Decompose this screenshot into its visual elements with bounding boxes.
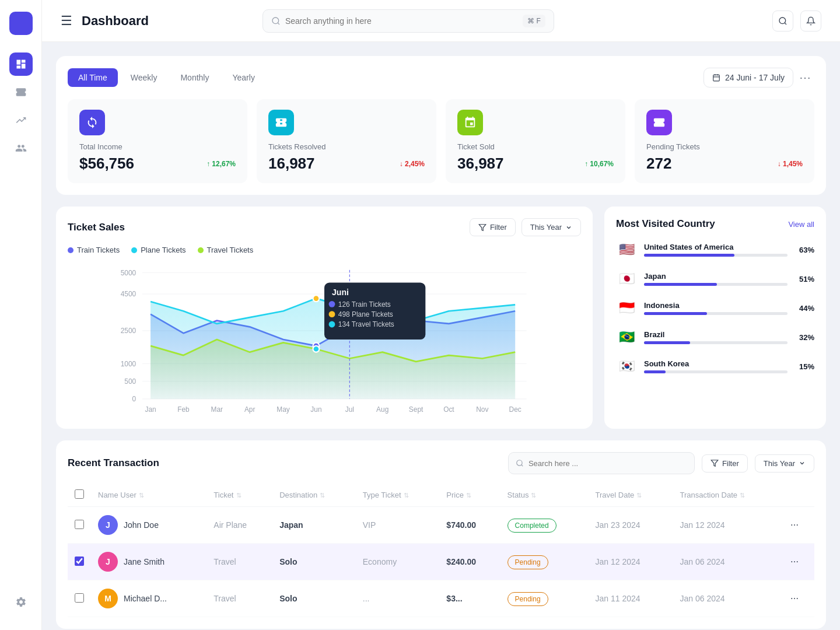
keyboard-shortcut: ⌘ F [523, 15, 545, 27]
country-bar-bg [644, 341, 788, 344]
row-user: J Jane Smith [91, 544, 206, 580]
trans-chevron-down-icon [799, 460, 806, 467]
row-actions[interactable]: ⋯ [783, 544, 814, 580]
tickets-resolved-label: Tickets Resolved [268, 142, 425, 151]
row-transaction-date: Jan 06 2024 [673, 544, 783, 580]
svg-text:4500: 4500 [121, 290, 136, 298]
svg-point-37 [329, 301, 335, 307]
col-name: Name User⇅ [91, 484, 206, 507]
trans-search-icon [516, 459, 524, 467]
svg-text:Nov: Nov [476, 405, 488, 414]
user-avatar: J [98, 552, 118, 572]
tab-yearly[interactable]: Yearly [222, 68, 265, 87]
svg-point-43 [517, 460, 522, 466]
country-flag: 🇧🇷 [616, 327, 637, 348]
country-percentage: 44% [799, 304, 814, 313]
svg-text:Oct: Oct [443, 405, 454, 414]
search-button[interactable] [772, 10, 793, 32]
country-info: Japan [644, 272, 788, 286]
notification-button[interactable] [800, 10, 821, 32]
country-name: Indonesia [644, 301, 788, 310]
country-flag: 🇮🇩 [616, 298, 637, 318]
sidebar-item-analytics[interactable] [9, 108, 33, 132]
svg-text:Dec: Dec [509, 405, 522, 414]
country-name: Japan [644, 272, 788, 281]
country-item: 🇮🇩 Indonesia 44% [616, 298, 814, 318]
view-all-button[interactable]: View all [788, 220, 814, 229]
row-actions[interactable]: ⋯ [783, 580, 814, 617]
search-icon [271, 16, 281, 26]
svg-text:2500: 2500 [121, 327, 136, 335]
stat-ticket-sold: Ticket Sold 36,987 ↑ 10,67% [446, 99, 625, 183]
svg-point-39 [329, 311, 335, 317]
tab-weekly[interactable]: Weekly [120, 68, 168, 87]
country-flag: 🇺🇸 [616, 239, 637, 260]
chart-year-button[interactable]: This Year [522, 218, 581, 236]
country-bar-fill [644, 283, 717, 286]
tab-all-time[interactable]: All Time [68, 68, 118, 87]
row-select[interactable] [68, 544, 91, 580]
sidebar-item-users[interactable] [9, 136, 33, 160]
svg-text:Sept: Sept [409, 405, 424, 414]
row-checkbox[interactable] [75, 520, 84, 529]
row-select[interactable] [68, 507, 91, 544]
row-select[interactable] [68, 580, 91, 617]
row-checkbox[interactable] [75, 593, 84, 603]
country-title: Most Visited Country [616, 218, 715, 230]
svg-text:0: 0 [132, 395, 136, 403]
row-travel-date: Jan 23 2024 [589, 507, 673, 544]
transactions-year-button[interactable]: This Year [755, 454, 814, 473]
sidebar-item-tickets[interactable] [9, 80, 33, 104]
select-all-checkbox[interactable] [75, 489, 84, 499]
tickets-resolved-icon [268, 110, 294, 135]
svg-marker-6 [479, 224, 486, 230]
topbar: ☰ Dashboard ⌘ F [42, 0, 840, 42]
svg-text:498  Plane Tickets: 498 Plane Tickets [338, 310, 393, 318]
search-bar[interactable]: ⌘ F [262, 9, 554, 33]
sidebar-item-dashboard[interactable] [9, 52, 33, 76]
svg-text:Aug: Aug [376, 405, 388, 414]
topbar-actions [772, 10, 821, 32]
col-status: Status⇅ [501, 484, 589, 507]
row-checkbox[interactable] [75, 556, 84, 566]
row-status: Pending [501, 544, 589, 580]
country-bar-fill [644, 254, 734, 257]
country-bar-bg [644, 370, 788, 373]
transactions-search[interactable] [508, 452, 695, 474]
more-options-button[interactable]: ⋯ [796, 68, 814, 87]
col-price: Price⇅ [439, 484, 500, 507]
row-actions[interactable]: ⋯ [783, 507, 814, 544]
country-bar-bg [644, 312, 788, 315]
chart-filter-button[interactable]: Filter [470, 218, 516, 236]
country-bar-fill [644, 312, 707, 315]
transactions-filter-button[interactable]: Filter [702, 454, 748, 473]
pending-tickets-label: Pending Tickets [646, 142, 803, 151]
chart-svg: 5000 4500 2500 1000 500 0 [68, 264, 581, 415]
row-status: Pending [501, 580, 589, 617]
tab-monthly[interactable]: Monthly [170, 68, 219, 87]
svg-point-1 [779, 18, 786, 24]
country-header: Most Visited Country View all [616, 218, 814, 230]
search-input[interactable] [285, 16, 518, 26]
row-status: Completed [501, 507, 589, 544]
filter-tabs: All Time Weekly Monthly Yearly 24 Juni -… [68, 68, 814, 88]
user-avatar: M [98, 589, 118, 608]
country-bar-bg [644, 283, 788, 286]
user-name: Michael D... [124, 594, 167, 603]
menu-icon[interactable]: ☰ [61, 13, 72, 29]
date-range-picker[interactable]: 24 Juni - 17 July [704, 68, 793, 88]
row-travel-date: Jan 11 2024 [589, 580, 673, 617]
date-range-label: 24 Juni - 17 July [725, 73, 785, 82]
row-user: J John Doe [91, 507, 206, 544]
transactions-header: Recent Transaction Filter This Year [68, 452, 814, 474]
col-transaction-date: Transaction Date⇅ [673, 484, 783, 507]
legend-dot-train [68, 247, 74, 253]
legend-travel: Travel Tickets [198, 246, 254, 254]
legend-plane: Plane Tickets [131, 246, 186, 254]
main-content: ☰ Dashboard ⌘ F [42, 0, 840, 630]
svg-rect-2 [713, 75, 720, 81]
transactions-search-input[interactable] [528, 459, 687, 468]
svg-text:1000: 1000 [121, 360, 136, 368]
sidebar-item-settings[interactable] [9, 590, 33, 614]
svg-point-21 [313, 295, 320, 302]
